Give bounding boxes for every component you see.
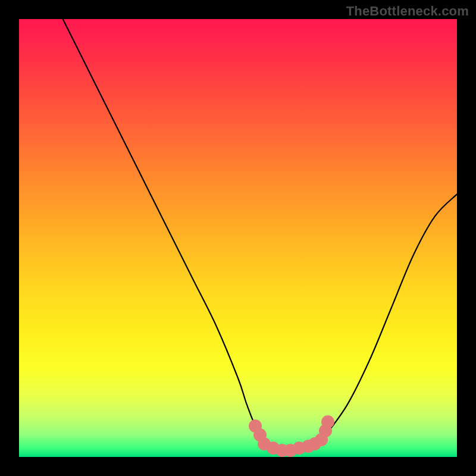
- highlight-dot: [321, 415, 334, 428]
- chart-plot-area: [19, 19, 457, 457]
- watermark-text: TheBottleneck.com: [346, 4, 469, 19]
- highlight-dot-group: [19, 19, 457, 457]
